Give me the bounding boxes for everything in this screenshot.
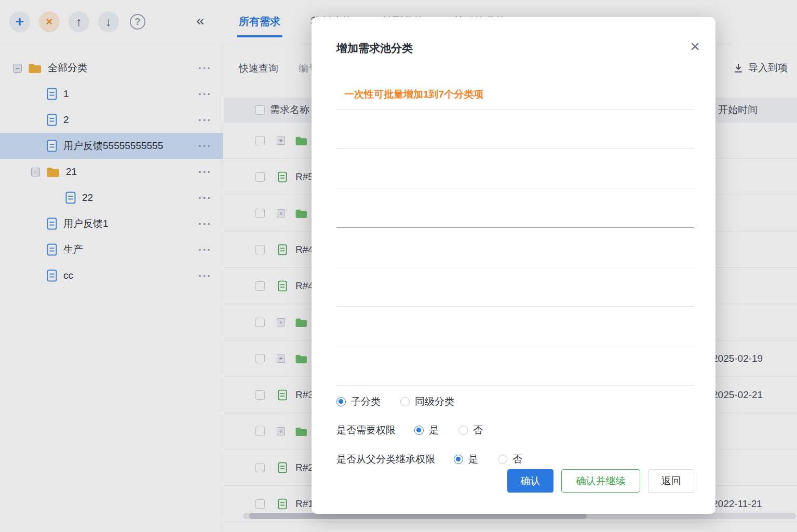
need-permission-option-1[interactable]: 是 (414, 424, 439, 437)
category-name-input-2[interactable] (336, 162, 694, 188)
back-button[interactable]: 返回 (648, 469, 694, 493)
category-type-option-1[interactable]: 子分类 (336, 395, 381, 408)
radio-unchecked-icon[interactable] (458, 426, 468, 435)
radio-checked-icon[interactable] (336, 397, 346, 406)
inherit-permission-option-2[interactable]: 否 (498, 453, 522, 466)
radio-checked-icon[interactable] (454, 455, 463, 464)
category-input-row (336, 110, 694, 149)
radio-label: 否 (512, 453, 522, 466)
inherit-permission-row: 是否从父分类继承权限 是否 (336, 452, 522, 467)
category-name-input-1[interactable] (336, 122, 694, 148)
radio-unchecked-icon[interactable] (400, 397, 410, 406)
category-input-row (336, 346, 694, 386)
confirm-and-continue-button[interactable]: 确认并继续 (561, 469, 640, 493)
need-permission-option-2[interactable]: 否 (458, 424, 483, 437)
modal-footer: 确认确认并继续返回 (507, 469, 694, 493)
category-input-row (336, 188, 694, 228)
radio-label: 同级分类 (415, 395, 454, 408)
radio-label: 否 (473, 424, 483, 437)
radio-label: 是 (429, 424, 439, 437)
radio-label: 是 (468, 453, 478, 466)
category-name-input-4[interactable] (336, 241, 694, 267)
confirm-button[interactable]: 确认 (507, 469, 553, 493)
radio-unchecked-icon[interactable] (498, 455, 507, 464)
category-type-option-2[interactable]: 同级分类 (400, 395, 454, 408)
category-name-input-3[interactable] (336, 201, 694, 227)
hint-row: 一次性可批量增加1到7个分类项 (336, 79, 694, 110)
modal-title: 增加需求池分类 (336, 41, 413, 56)
add-category-modal: 增加需求池分类 × 一次性可批量增加1到7个分类项 子分类同级分类 是否需要权限… (312, 17, 715, 514)
category-input-row (336, 307, 694, 346)
category-name-input-5[interactable] (336, 280, 694, 306)
category-inputs: 一次性可批量增加1到7个分类项 (336, 79, 694, 386)
radio-checked-icon[interactable] (414, 426, 424, 435)
close-icon[interactable]: × (690, 38, 700, 54)
batch-add-hint: 一次性可批量增加1到7个分类项 (344, 88, 483, 101)
inherit-permission-option-1[interactable]: 是 (454, 453, 478, 466)
radio-label: 子分类 (351, 395, 381, 408)
inherit-permission-label: 是否从父分类继承权限 (336, 453, 435, 466)
category-name-input-6[interactable] (336, 320, 694, 346)
category-input-row (336, 149, 694, 188)
category-input-row (336, 267, 694, 307)
need-permission-row: 是否需要权限 是否 (336, 422, 483, 438)
category-type-row: 子分类同级分类 (336, 394, 454, 410)
category-input-row (336, 228, 694, 267)
category-name-input-7[interactable] (336, 359, 694, 385)
need-permission-label: 是否需要权限 (336, 424, 396, 437)
